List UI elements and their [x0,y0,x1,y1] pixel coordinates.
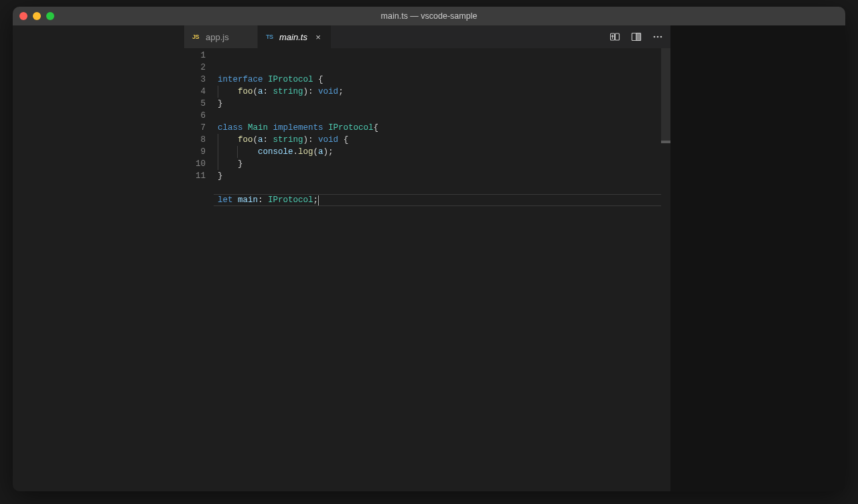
tab-label: main.ts [279,32,307,42]
code-token: string [273,87,303,96]
code-token: a [318,147,324,157]
code-token [268,123,273,133]
text-editor[interactable]: 1234567891011 interface IProtocol { foo(… [184,48,670,491]
line-number: 9 [184,146,206,158]
js-file-icon: JS [192,33,202,40]
svg-rect-4 [636,33,641,41]
code-token: main [238,195,258,205]
code-token: . [293,147,299,157]
code-token: : [263,135,273,145]
code-token: foo [238,87,253,96]
code-token: ( [253,135,259,145]
code-token: log [298,147,313,157]
line-number: 11 [184,170,206,182]
tab-main-ts[interactable]: TSmain.ts× [258,25,332,48]
tab-actions [602,25,670,48]
window-body: JSapp.js×TSmain.ts× [13,25,845,491]
line-number: 1 [184,50,206,62]
code-token: ( [253,87,259,96]
code-area[interactable]: interface IProtocol { foo(a: string): vo… [218,48,661,491]
svg-point-6 [657,36,659,38]
titlebar[interactable]: main.ts — vscode-sample [13,7,845,25]
code-token: let [218,195,233,205]
editor-window: main.ts — vscode-sample JSapp.js×TSmain.… [13,7,845,491]
code-line[interactable]: } [218,158,661,170]
open-changes-icon[interactable] [609,31,621,43]
window-title: main.ts — vscode-sample [13,11,845,21]
scrollbar-current-line-mark [661,141,670,143]
code-token: { [374,123,379,133]
line-number-gutter: 1234567891011 [184,48,218,491]
tab-app-js[interactable]: JSapp.js× [184,25,258,48]
code-token: { [313,75,324,84]
svg-point-5 [654,36,656,38]
code-token: : [258,195,268,205]
code-token: void [318,135,338,145]
code-line[interactable]: } [218,170,661,182]
indent-guide [218,86,218,98]
indent-guide [218,134,218,146]
window-maximize-button[interactable] [46,12,54,20]
code-line[interactable]: foo(a: string): void { [218,134,661,146]
code-token: interface [218,75,263,84]
text-caret [318,195,319,206]
line-number: 8 [184,134,206,146]
code-token: ; [338,87,344,96]
code-token: string [273,135,303,145]
line-number: 5 [184,98,206,110]
code-token: ); [324,147,334,157]
line-number: 7 [184,122,206,134]
code-token: { [338,135,348,145]
code-line[interactable]: class Main implements IProtocol{ [218,122,661,134]
indent-guide [218,158,218,170]
line-number: 6 [184,110,206,122]
window-minimize-button[interactable] [33,12,41,20]
more-icon[interactable] [652,31,664,43]
code-token: class [218,123,243,133]
code-token: ( [313,147,319,157]
code-token: void [318,87,338,96]
tab-close-icon[interactable]: × [313,32,323,41]
code-token [263,75,269,84]
code-line[interactable]: } [218,98,661,110]
svg-rect-1 [616,33,620,40]
ts-file-icon: TS [266,33,275,40]
code-token: ): [303,135,319,145]
line-number: 2 [184,62,206,74]
code-token: ): [303,87,319,96]
right-blank-panel [670,25,845,491]
split-editor-icon[interactable] [630,31,642,43]
code-token: Main [248,123,268,133]
svg-point-7 [660,36,662,38]
code-token: a [258,87,263,96]
scrollbar[interactable] [661,48,670,491]
line-number: 10 [184,158,206,170]
code-line[interactable]: foo(a: string): void; [218,86,661,98]
code-token: IProtocol [328,123,374,133]
code-token [324,123,329,133]
code-token [218,147,258,157]
code-line[interactable] [218,182,661,194]
code-token: IProtocol [268,195,313,205]
tab-bar: JSapp.js×TSmain.ts× [184,25,670,48]
code-line[interactable]: interface IProtocol { [218,74,661,86]
scrollbar-thumb[interactable] [661,48,670,141]
code-token: } [218,171,223,181]
code-token: console [258,147,293,157]
tab-label: app.js [206,32,229,42]
code-token [243,123,248,133]
code-token: } [218,159,243,169]
left-blank-panel [13,25,184,491]
code-line[interactable]: let main: IProtocol; [218,194,661,206]
code-token: a [258,135,263,145]
code-token [218,87,238,96]
code-token [233,195,238,205]
code-token: : [263,87,273,96]
traffic-lights [19,12,54,20]
code-line[interactable]: console.log(a); [218,146,661,158]
code-token: ; [313,195,319,205]
window-close-button[interactable] [19,12,27,20]
code-line[interactable] [218,110,661,122]
indent-guide [218,146,218,158]
code-token: IProtocol [268,75,313,84]
